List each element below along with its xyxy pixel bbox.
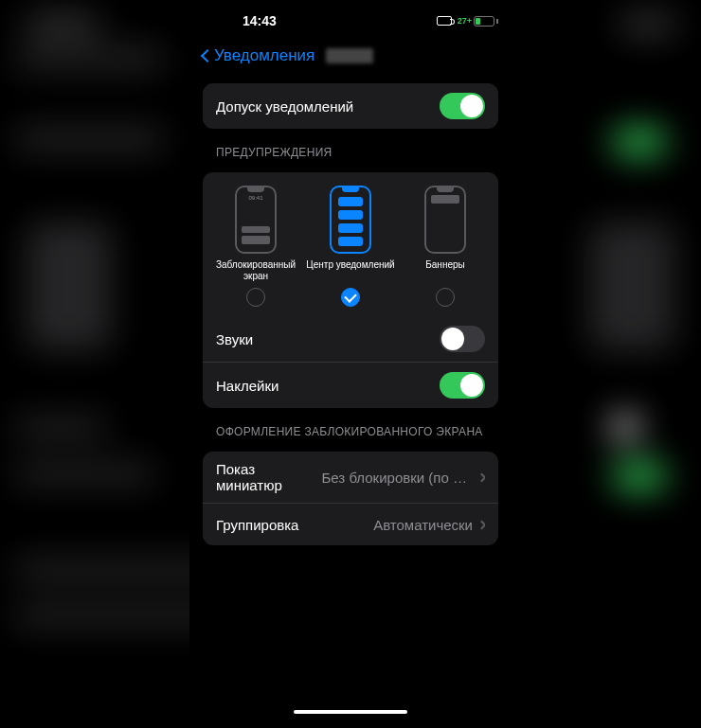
previews-label: Показ миниатюр	[216, 461, 322, 493]
alert-label: Заблокированный экран	[211, 259, 301, 282]
allow-switch[interactable]	[440, 93, 485, 119]
battery-text: 27+	[458, 16, 472, 26]
alerts-row: 09:41 Заблокированный экран Центр уведом…	[203, 172, 498, 316]
alert-label: Баннеры	[425, 259, 464, 282]
status-bar: 14:43 27+	[203, 6, 498, 36]
stickers-label: Наклейки	[216, 378, 279, 394]
lockscreen-group: Показ миниатюр Без блокировки (по ум… Гр…	[203, 452, 498, 545]
lockscreen-header: ОФОРМЛЕНИЕ ЗАБЛОКИРОВАННОГО ЭКРАНА	[203, 408, 498, 444]
back-label: Уведомления	[214, 46, 315, 65]
notification-center-preview-icon	[330, 186, 371, 254]
nav-title-obscured	[326, 48, 373, 63]
alert-option-lockscreen[interactable]: 09:41 Заблокированный экран	[211, 186, 301, 307]
carplay-icon	[437, 16, 452, 26]
chevron-left-icon	[201, 49, 214, 62]
sounds-label: Звуки	[216, 331, 253, 347]
previews-cell[interactable]: Показ миниатюр Без блокировки (по ум…	[203, 452, 498, 504]
lockscreen-preview-icon: 09:41	[235, 186, 277, 254]
allow-label: Допуск уведомлений	[216, 98, 353, 115]
previews-value: Без блокировки (по ум…	[322, 470, 485, 486]
allow-group: Допуск уведомлений	[203, 83, 498, 129]
grouping-value: Автоматически	[373, 517, 485, 533]
grouping-cell[interactable]: Группировка Автоматически	[203, 504, 498, 545]
alert-option-center[interactable]: Центр уведомлений	[306, 186, 396, 307]
chevron-right-icon	[477, 520, 485, 529]
banner-preview-icon	[424, 186, 466, 254]
battery-indicator: 27+	[458, 16, 498, 27]
status-time: 14:43	[243, 13, 277, 28]
stickers-cell: Наклейки	[203, 363, 498, 408]
nav-bar: Уведомления	[203, 36, 498, 76]
sounds-switch[interactable]	[440, 326, 485, 352]
alert-label: Центр уведомлений	[306, 259, 394, 282]
grouping-label: Группировка	[216, 517, 298, 533]
alert-option-banner[interactable]: Баннеры	[401, 186, 491, 307]
status-right: 27+	[437, 16, 498, 27]
radio-center[interactable]	[341, 288, 360, 307]
allow-notifications-cell: Допуск уведомлений	[203, 83, 498, 129]
phone-screen: 14:43 27+ Уведомления Допуск уведомлений…	[189, 0, 512, 719]
back-button[interactable]: Уведомления	[203, 46, 315, 65]
stickers-switch[interactable]	[440, 372, 485, 399]
home-indicator[interactable]	[294, 710, 407, 714]
chevron-right-icon	[477, 472, 485, 482]
radio-lockscreen[interactable]	[246, 288, 265, 307]
alerts-group: 09:41 Заблокированный экран Центр уведом…	[203, 172, 498, 408]
radio-banner[interactable]	[436, 288, 455, 307]
sounds-cell: Звуки	[203, 316, 498, 363]
alerts-header: ПРЕДУПРЕЖДЕНИЯ	[203, 129, 498, 165]
